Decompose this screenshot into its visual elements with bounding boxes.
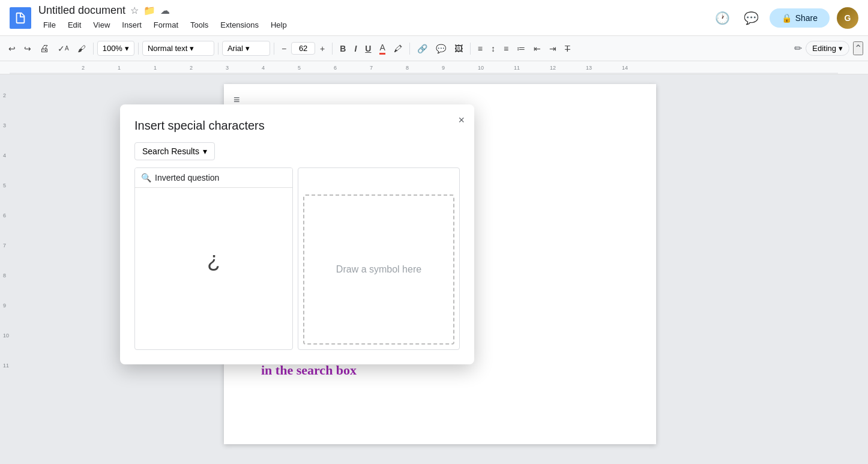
menu-edit[interactable]: Edit <box>63 18 86 32</box>
chevron-down-icon-font: ▾ <box>246 44 250 53</box>
symbol-result-area: ¿ <box>135 188 292 332</box>
ruler-svg: 2 1 1 2 3 4 5 6 7 8 9 10 11 12 13 14 <box>10 61 838 74</box>
search-input[interactable] <box>155 173 286 182</box>
search-results-label: Search Results <box>142 146 199 156</box>
insert-special-characters-dialog: Insert special characters × Search Resul… <box>120 104 474 364</box>
draw-panel: 🔍 Draw a symbol here <box>298 167 460 350</box>
symbol-result: ¿ <box>207 247 220 273</box>
link-button[interactable]: 🔗 <box>414 41 431 56</box>
svg-text:1: 1 <box>118 65 121 71</box>
svg-text:2: 2 <box>82 65 85 71</box>
text-color-label: A <box>379 43 385 55</box>
indent-less-button[interactable]: ⇤ <box>530 41 544 56</box>
svg-text:10: 10 <box>478 65 484 71</box>
text-style-dropdown[interactable]: Normal text ▾ <box>142 41 214 56</box>
text-color-button[interactable]: A <box>376 40 388 57</box>
font-size-input[interactable]: 62 <box>291 42 315 55</box>
star-icon[interactable]: ☆ <box>130 5 139 16</box>
zoom-dropdown[interactable]: 100% ▾ <box>97 41 134 56</box>
menu-tools[interactable]: Tools <box>185 18 213 32</box>
history-button[interactable]: 🕐 <box>712 7 734 29</box>
chevron-down-icon-style: ▾ <box>190 44 194 53</box>
dialog-mode-row: Search Results ▾ <box>134 142 460 160</box>
search-results-dropdown[interactable]: Search Results ▾ <box>134 142 215 160</box>
doc-title-area: Untitled document ☆ 📁 ☁ File Edit View I… <box>38 4 712 32</box>
dialog-close-button[interactable]: × <box>458 114 465 127</box>
editing-dropdown[interactable]: Editing ▾ <box>806 41 849 56</box>
doc-area: 234567891011 ≡ Insert special characters… <box>0 74 868 464</box>
toolbar: ↩ ↪ 🖨 ✓A 🖌 100% ▾ Normal text ▾ Arial ▾ … <box>0 36 868 61</box>
doc-title[interactable]: Untitled document <box>38 4 125 17</box>
comment-button[interactable]: 💬 <box>741 7 762 29</box>
svg-text:13: 13 <box>586 65 592 71</box>
doc-content: ≡ Insert special characters × Search Res… <box>12 74 868 464</box>
line-spacing-button[interactable]: ↕ <box>487 41 499 56</box>
italic-button[interactable]: I <box>351 41 360 56</box>
draw-placeholder-text: Draw a symbol here <box>336 264 421 275</box>
highlight-button[interactable]: 🖍 <box>390 41 406 56</box>
print-button[interactable]: 🖨 <box>36 41 53 56</box>
share-button[interactable]: 🔒 Share <box>770 8 830 28</box>
redo-button[interactable]: ↪ <box>20 41 35 56</box>
separator-4 <box>274 43 274 55</box>
cloud-icon[interactable]: ☁ <box>160 5 170 16</box>
decrease-font-button[interactable]: − <box>278 41 290 56</box>
menu-bar: File Edit View Insert Format Tools Exten… <box>38 18 712 32</box>
spell-check-button[interactable]: ✓A <box>54 41 73 56</box>
menu-view[interactable]: View <box>88 18 115 32</box>
search-icon: 🔍 <box>141 173 151 182</box>
search-panel: 🔍 ¿ <box>134 167 293 350</box>
draw-canvas[interactable]: Draw a symbol here <box>303 194 454 345</box>
svg-text:8: 8 <box>406 65 409 71</box>
dialog-title: Insert special characters <box>134 119 460 133</box>
underline-button[interactable]: U <box>361 41 375 56</box>
separator-5 <box>332 43 333 55</box>
svg-text:1: 1 <box>154 65 157 71</box>
separator-2 <box>138 43 139 55</box>
share-lock-icon: 🔒 <box>782 13 792 23</box>
editing-mode-area: ✏ Editing ▾ ⌃ <box>794 41 863 56</box>
numbered-list-button[interactable]: ≔ <box>513 41 529 56</box>
svg-text:12: 12 <box>550 65 556 71</box>
svg-text:3: 3 <box>226 65 229 71</box>
svg-text:7: 7 <box>370 65 373 71</box>
clear-format-button[interactable]: T̶ <box>561 41 574 56</box>
collapse-toolbar-button[interactable]: ⌃ <box>853 41 863 55</box>
separator-1 <box>93 43 94 55</box>
user-avatar[interactable]: G <box>837 7 858 29</box>
undo-button[interactable]: ↩ <box>5 41 19 56</box>
separator-6 <box>409 43 410 55</box>
menu-format[interactable]: Format <box>149 18 183 32</box>
menu-file[interactable]: File <box>38 18 61 32</box>
insert-image-button[interactable]: 🖼 <box>451 41 466 56</box>
separator-3 <box>218 43 219 55</box>
svg-text:4: 4 <box>262 65 265 71</box>
menu-insert[interactable]: Insert <box>117 18 146 32</box>
svg-text:5: 5 <box>298 65 301 71</box>
font-dropdown[interactable]: Arial ▾ <box>222 41 270 56</box>
search-input-row: 🔍 <box>135 168 292 188</box>
folder-icon[interactable]: 📁 <box>143 5 155 16</box>
list-options-button[interactable]: ≡ <box>500 41 512 56</box>
increase-font-button[interactable]: + <box>316 41 328 56</box>
dialog-panels: 🔍 ¿ 🔍 Draw a symbol here <box>134 167 460 350</box>
pencil-icon: ✏ <box>794 43 802 54</box>
ruler: 2 1 1 2 3 4 5 6 7 8 9 10 11 12 13 14 <box>0 61 868 74</box>
align-button[interactable]: ≡ <box>474 41 486 56</box>
menu-extensions[interactable]: Extensions <box>215 18 264 32</box>
text-style-label: Normal text <box>148 44 187 53</box>
bold-button[interactable]: B <box>336 41 349 56</box>
font-label: Arial <box>228 44 243 53</box>
svg-text:2: 2 <box>190 65 193 71</box>
svg-text:11: 11 <box>514 65 520 71</box>
menu-help[interactable]: Help <box>266 18 292 32</box>
paint-format-button[interactable]: 🖌 <box>74 41 89 56</box>
app-icon <box>10 7 31 29</box>
chevron-down-icon: ▾ <box>125 44 129 53</box>
svg-text:9: 9 <box>442 65 445 71</box>
chevron-down-icon-dialog: ▾ <box>203 146 207 156</box>
indent-more-button[interactable]: ⇥ <box>546 41 560 56</box>
svg-text:14: 14 <box>622 65 628 71</box>
insert-comment-button[interactable]: 💬 <box>432 41 450 56</box>
svg-text:6: 6 <box>334 65 337 71</box>
